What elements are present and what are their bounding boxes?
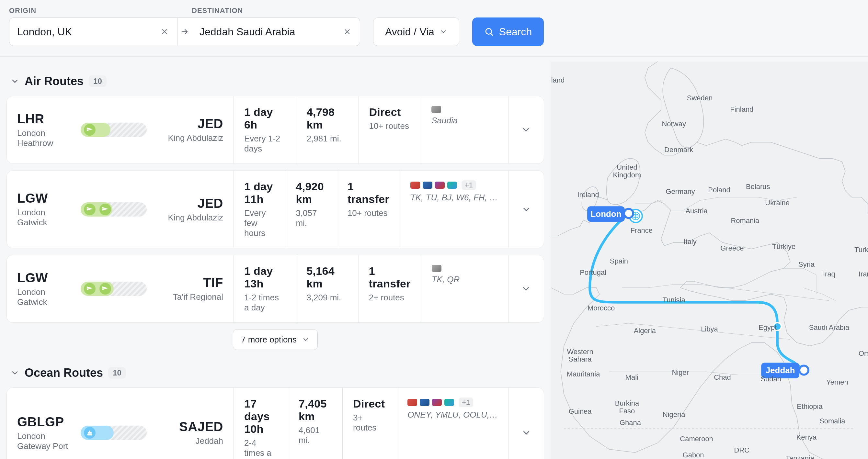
- search-button[interactable]: Search: [472, 18, 544, 46]
- map-panel[interactable]: London Jeddah SwedenFinlandNorwayDenmark…: [551, 62, 868, 459]
- stops: 1 transfer: [369, 265, 411, 290]
- chevron-down-icon: [439, 28, 447, 36]
- ocean-routes-list: GBLGP London Gateway Port SAJED Jeddah 1…: [6, 388, 544, 459]
- carrier-codes: ONEY, YMLU, OOLU,…: [407, 410, 498, 420]
- country-label: Romania: [731, 217, 760, 225]
- country-label: Finland: [730, 105, 753, 113]
- origin-name: London Gatwick: [17, 207, 75, 228]
- search-bar: ORIGIN London, UK DESTINATION Jeddah Sau…: [0, 0, 868, 57]
- air-route-card[interactable]: LHR London Heathrow JED King Abdulaziz 1…: [6, 96, 544, 164]
- duration: 1 day 13h: [244, 265, 285, 290]
- expand-button[interactable]: [508, 388, 544, 459]
- country-label: eland: [551, 76, 564, 84]
- air-routes-list: LHR London Heathrow JED King Abdulaziz 1…: [6, 96, 544, 323]
- sea-route-card[interactable]: GBLGP London Gateway Port SAJED Jeddah 1…: [6, 388, 544, 459]
- destination-label: DESTINATION: [192, 6, 360, 15]
- carrier-codes: TK, TU, BJ, W6, FH, …: [410, 193, 498, 203]
- dest-name: Ta'if Regional: [152, 292, 223, 302]
- country-label: Norway: [662, 120, 686, 128]
- dest-code: JED: [152, 117, 223, 131]
- carrier-logos: +1: [407, 397, 498, 407]
- destination-field: DESTINATION Jeddah Saudi Arabia: [192, 6, 360, 46]
- expand-button[interactable]: [508, 96, 544, 163]
- distance-mi: 2,981 mi.: [307, 134, 348, 144]
- frequency: Every 1-2 days: [244, 134, 286, 154]
- air-route-card[interactable]: LGW London Gatwick TIF Ta'if Regional 1 …: [6, 255, 544, 323]
- country-label: Saudi Arabia: [809, 323, 849, 331]
- country-label: Ukraine: [765, 199, 789, 207]
- country-label: Guinea: [569, 407, 592, 415]
- origin-code: LGW: [17, 271, 75, 285]
- air-routes-title: Air Routes: [25, 74, 84, 88]
- country-label: Ireland: [578, 191, 599, 199]
- dest-name: King Abdulaziz: [152, 133, 223, 143]
- country-label: Morocco: [588, 304, 615, 312]
- dest-code: JED: [152, 196, 223, 211]
- stops: Direct: [369, 106, 410, 119]
- dest-code: TIF: [152, 275, 223, 290]
- origin-field: ORIGIN London, UK: [9, 6, 178, 46]
- air-route-card[interactable]: LGW London Gatwick JED King Abdulaziz 1 …: [6, 170, 544, 248]
- origin-name: London Heathrow: [17, 128, 75, 148]
- ocean-routes-title: Ocean Routes: [25, 366, 103, 380]
- search-label: Search: [499, 26, 532, 38]
- results-panel[interactable]: Air Routes 10 LHR London Heathrow JED Ki…: [0, 62, 551, 459]
- country-label: Poland: [708, 186, 730, 194]
- chevron-down-icon: [10, 368, 20, 378]
- clear-destination-icon[interactable]: [342, 27, 352, 37]
- swap-icon[interactable]: [178, 18, 192, 46]
- frequency: 2-4 times a week: [244, 438, 278, 459]
- carrier-logos: +1: [410, 180, 498, 190]
- country-label: Portugal: [580, 268, 606, 276]
- search-icon: [484, 27, 494, 37]
- air-more-button[interactable]: 7 more options: [233, 329, 318, 350]
- clear-origin-icon[interactable]: [160, 27, 169, 37]
- chevron-down-icon: [522, 204, 531, 214]
- distance-mi: 3,209 mi.: [306, 293, 347, 303]
- country-label: Algeria: [634, 327, 656, 335]
- carrier-codes: Saudia: [431, 116, 498, 126]
- duration: 1 day 6h: [244, 106, 286, 131]
- country-label: Sudan: [761, 375, 781, 383]
- chevron-down-icon: [302, 336, 310, 343]
- route-count: 10+ routes: [347, 208, 389, 218]
- avoid-via-button[interactable]: Avoid / Via: [373, 18, 459, 46]
- expand-button[interactable]: [508, 255, 544, 322]
- origin-code: GBLGP: [17, 415, 75, 429]
- route-progress: [81, 202, 147, 217]
- country-label: Italy: [683, 238, 696, 246]
- country-label: Mauritania: [567, 370, 600, 378]
- map-origin-label: London: [590, 209, 621, 219]
- country-label: Egypt: [758, 323, 777, 331]
- country-label: Austria: [685, 207, 708, 215]
- ocean-routes-header[interactable]: Ocean Routes 10: [6, 353, 544, 388]
- dest-code: SAJED: [152, 420, 223, 434]
- country-label: Niger: [672, 368, 688, 376]
- country-label: Greece: [720, 244, 744, 252]
- country-label: Nigeria: [663, 411, 685, 419]
- frequency: 1-2 times a day: [244, 293, 285, 313]
- chevron-down-icon: [522, 428, 531, 438]
- air-routes-header[interactable]: Air Routes 10: [6, 62, 544, 96]
- carrier-logos: [431, 106, 498, 113]
- destination-input[interactable]: Jeddah Saudi Arabia: [192, 18, 360, 46]
- distance-mi: 4,601 mi.: [299, 425, 332, 446]
- origin-input[interactable]: London, UK: [9, 18, 178, 46]
- country-label: Oma: [859, 349, 868, 357]
- map[interactable]: London Jeddah SwedenFinlandNorwayDenmark…: [551, 62, 868, 459]
- svg-point-6: [799, 365, 808, 374]
- ocean-routes-count: 10: [108, 367, 126, 379]
- origin-name: London Gateway Port: [17, 431, 75, 451]
- country-label: Libya: [701, 325, 718, 333]
- distance-km: 4,798 km: [307, 106, 348, 131]
- expand-button[interactable]: [508, 171, 544, 248]
- origin-label: ORIGIN: [9, 6, 178, 15]
- chevron-down-icon: [521, 125, 531, 135]
- route-count: 2+ routes: [369, 293, 411, 303]
- country-label: Iraq: [823, 270, 835, 278]
- route-progress: [81, 426, 147, 440]
- country-label: Belarus: [746, 183, 770, 191]
- dest-name: King Abdulaziz: [152, 213, 223, 223]
- country-label: Syria: [798, 260, 815, 268]
- air-more-label: 7 more options: [241, 335, 297, 345]
